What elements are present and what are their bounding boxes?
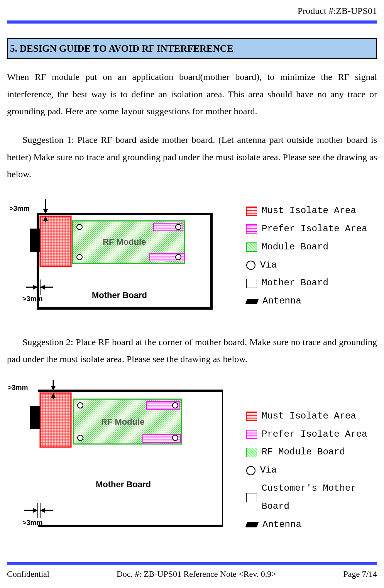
rf-module-label-1: RF Module: [103, 237, 146, 247]
legend-label: Prefer Isolate Area: [262, 425, 367, 444]
swatch-antenna: [245, 522, 259, 527]
svg-rect-27: [30, 406, 40, 429]
dim-side-2: >3mm: [22, 519, 43, 527]
figure-2-block: RF Module >3mm: [7, 379, 377, 534]
legend-2: Must Isolate Area Prefer Isolate Area RF…: [246, 407, 377, 534]
legend-1: Must Isolate Area Prefer Isolate Area Mo…: [246, 202, 367, 310]
dim-side-1: >3mm: [22, 295, 43, 303]
legend-label: Via: [260, 461, 277, 480]
suggestion-2-text: Suggestion 2: Place RF board at the corn…: [7, 334, 377, 368]
figure-1-block: RF Module >3mm: [7, 195, 377, 318]
legend-label: RF Module Board: [262, 443, 345, 461]
suggestion-1-text: Suggestion 1: Place RF board aside mothe…: [7, 131, 377, 183]
legend-label: Prefer Isolate Area: [262, 220, 367, 238]
svg-rect-26: [40, 393, 71, 447]
swatch-via: [246, 466, 255, 475]
mother-board-label-1: Mother Board: [92, 290, 147, 300]
footer-right: Page 7/14: [343, 567, 377, 581]
footer-center: Doc. #: ZB-UPS01 Reference Note <Rev. 0.…: [117, 567, 276, 581]
dim-top-1: >3mm: [9, 205, 30, 212]
swatch-must-isolate: [246, 412, 257, 421]
svg-point-32: [173, 403, 178, 408]
legend-label: Must Isolate Area: [262, 202, 356, 220]
section-title: 5. DESIGN GUIDE TO AVOID RF INTERFERENCE: [7, 38, 377, 59]
swatch-prefer-isolate: [246, 430, 257, 439]
page-footer: Confidential Doc. #: ZB-UPS01 Reference …: [7, 562, 377, 581]
footer-rule: [7, 562, 377, 565]
legend-label: Mother Board: [262, 274, 328, 292]
svg-rect-4: [40, 216, 71, 266]
swatch-must-isolate: [246, 207, 257, 216]
svg-point-10: [176, 224, 181, 230]
swatch-module-board: [246, 242, 257, 252]
legend-label: Antenna: [262, 292, 301, 310]
svg-point-9: [77, 224, 82, 230]
svg-rect-5: [30, 229, 40, 252]
legend-label: Antenna: [262, 516, 301, 534]
legend-label: Customer's Mother Board: [262, 480, 377, 516]
svg-marker-41: [33, 508, 38, 513]
swatch-prefer-isolate: [246, 224, 257, 234]
diagram-1: RF Module >3mm: [7, 195, 223, 318]
header-rule: [7, 20, 377, 24]
legend-label: Module Board: [262, 238, 328, 256]
diagram-2: RF Module >3mm: [7, 379, 223, 534]
mother-board-label-2: Mother Board: [96, 480, 151, 489]
svg-point-31: [78, 403, 83, 408]
svg-point-12: [176, 254, 181, 260]
rf-module-label-2: RF Module: [101, 417, 144, 427]
swatch-via: [246, 261, 255, 270]
svg-point-11: [77, 254, 82, 260]
swatch-mother-board: [246, 493, 257, 502]
swatch-mother-board: [246, 279, 257, 288]
footer-left: Confidential: [7, 567, 49, 581]
paragraph-intro: When RF module put on an application boa…: [7, 68, 377, 120]
legend-label: Must Isolate Area: [262, 407, 356, 425]
legend-label: Via: [260, 256, 277, 275]
svg-point-33: [78, 435, 83, 441]
dim-top-2: >3mm: [8, 384, 28, 391]
swatch-module-board: [246, 448, 257, 457]
swatch-antenna: [245, 299, 259, 304]
page-header: Product #:ZB-UPS01: [7, 0, 377, 19]
svg-point-34: [173, 435, 178, 441]
